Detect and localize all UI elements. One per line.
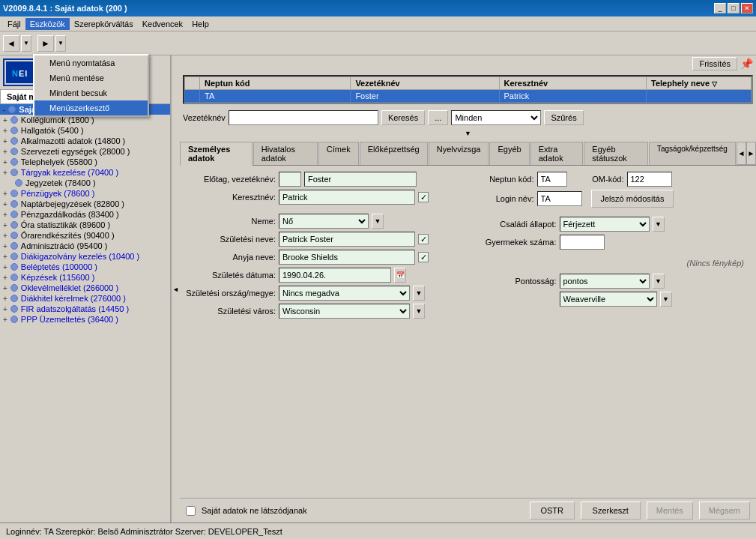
- close-button[interactable]: ✕: [741, 3, 753, 13]
- weaverville-dropdown-btn[interactable]: ▼: [660, 292, 672, 307]
- sidebar-item-hallgatok[interactable]: + Hallgatók (5400 ): [0, 125, 170, 136]
- sort-icon[interactable]: ▽: [712, 80, 717, 88]
- expand-icon[interactable]: -: [3, 106, 5, 114]
- login-input[interactable]: [537, 191, 582, 206]
- sidebar-item-szervezeti[interactable]: + Szervezeti egységek (28000 ): [0, 146, 170, 157]
- sidebar-item-adminisztracio[interactable]: + Adminisztráció (95400 ): [0, 241, 170, 251]
- sidebar-item-targyak[interactable]: + Tárgyak kezelése (70400 ): [0, 167, 170, 178]
- szul-orszag-dropdown-btn[interactable]: ▼: [413, 286, 425, 301]
- elotag-input[interactable]: [279, 172, 301, 187]
- jelszo-button[interactable]: Jelszó módosítás: [591, 190, 674, 208]
- expand-icon[interactable]: +: [3, 127, 7, 135]
- col-header-kereszt[interactable]: Keresztnév: [499, 77, 646, 90]
- tab-nyelvvizsga[interactable]: Nyelvvizsga: [429, 142, 489, 165]
- col-header-telephely[interactable]: Telephely neve ▽: [647, 77, 752, 90]
- kereszt-checkbox[interactable]: ✓: [418, 192, 429, 202]
- om-input[interactable]: [627, 172, 672, 187]
- tab-elokepzettseg[interactable]: Előképzettség: [360, 142, 428, 165]
- csaladi-dropdown-btn[interactable]: ▼: [653, 217, 665, 232]
- table-row[interactable]: TA Foster Patrick: [185, 90, 752, 103]
- back-button[interactable]: ◄: [3, 35, 19, 52]
- menu-item-menu-mentese[interactable]: Menü mentése: [34, 70, 148, 85]
- sidebar-item-telephelyek[interactable]: + Telephelyek (55800 ): [0, 157, 170, 167]
- sidebar-item-penzgazdalkodas[interactable]: + Pénzgazdálkodás (83400 ): [0, 209, 170, 220]
- maximize-button[interactable]: □: [728, 3, 740, 13]
- pontossag-select[interactable]: pontos: [560, 274, 650, 289]
- megsem-button[interactable]: Mégsem: [699, 502, 750, 520]
- expand-icon[interactable]: +: [3, 232, 7, 240]
- gyermekek-input[interactable]: [560, 235, 605, 250]
- collapse-sidebar-button[interactable]: ◄: [171, 55, 180, 523]
- kereszt-input[interactable]: [279, 190, 415, 205]
- szures-button[interactable]: Szűrés: [544, 110, 583, 125]
- neptun-input[interactable]: [537, 172, 567, 187]
- szul-neve-input[interactable]: [279, 232, 415, 247]
- expand-icon[interactable]: +: [3, 263, 7, 271]
- expand-icon[interactable]: +: [3, 221, 7, 229]
- expand-icon[interactable]: +: [3, 274, 7, 282]
- expand-icon[interactable]: +: [3, 148, 7, 156]
- expand-icon[interactable]: +: [3, 137, 7, 145]
- expand-indicator[interactable]: ▼: [180, 128, 756, 139]
- weaverville-select[interactable]: Weaverville: [560, 292, 657, 307]
- tab-scroll-left[interactable]: ◄: [737, 142, 746, 165]
- tab-tagsagok[interactable]: Tagságok/képzettség: [649, 142, 736, 165]
- expand-icon[interactable]: +: [3, 200, 7, 208]
- anyja-neve-checkbox[interactable]: ✓: [418, 252, 429, 262]
- cell-check[interactable]: [185, 90, 200, 103]
- szul-orszag-select[interactable]: Nincs megadva: [279, 286, 410, 301]
- neme-select[interactable]: Nő: [279, 214, 369, 229]
- szul-varos-select[interactable]: Wisconsin: [279, 304, 410, 319]
- forward-button[interactable]: ►: [37, 35, 54, 52]
- sidebar-item-alkalmazotti[interactable]: + Alkalmazotti adatok (14800 ): [0, 136, 170, 146]
- expand-icon[interactable]: +: [3, 169, 7, 177]
- tab-scroll-right[interactable]: ►: [746, 142, 756, 165]
- tab-egyeb-statusok[interactable]: Egyéb státuszok: [584, 142, 648, 165]
- vezetek-input[interactable]: [304, 172, 417, 187]
- sidebar-item-naptarbejegyzesek[interactable]: + Naptárbejegyzések (82800 ): [0, 199, 170, 209]
- expand-icon[interactable]: +: [3, 190, 7, 198]
- szul-neve-checkbox[interactable]: ✓: [418, 234, 429, 244]
- expand-icon[interactable]: +: [3, 316, 7, 324]
- sidebar-item-orarend[interactable]: + Órarendkészítés (90400 ): [0, 230, 170, 241]
- calendar-btn[interactable]: 📅: [394, 268, 406, 283]
- pin-icon[interactable]: 📌: [740, 58, 753, 70]
- tab-hivatalos-adatok[interactable]: Hivatalos adatok: [253, 142, 318, 165]
- search-input[interactable]: [229, 110, 378, 125]
- sidebar-item-ora-stat[interactable]: + Óra statisztikák (89600 ): [0, 220, 170, 230]
- menu-help[interactable]: Help: [187, 18, 214, 30]
- menu-item-menu-nyomtatasa[interactable]: Menü nyomtatása: [34, 55, 148, 70]
- sidebar-item-fir[interactable]: + FIR adatszolgáltatás (14450 ): [0, 304, 170, 314]
- neme-dropdown-btn[interactable]: ▼: [372, 214, 384, 229]
- expand-icon[interactable]: +: [3, 295, 7, 303]
- expand-icon[interactable]: +: [3, 305, 7, 313]
- menu-eszkozok[interactable]: Eszközök: [25, 18, 70, 30]
- minimize-button[interactable]: _: [714, 3, 726, 13]
- menu-fajl[interactable]: Fájl: [3, 18, 25, 30]
- anyja-neve-input[interactable]: [279, 250, 415, 265]
- sidebar-item-penzugyek[interactable]: + Pénzügyek (78600 ): [0, 188, 170, 199]
- expand-icon[interactable]: +: [3, 253, 7, 261]
- menu-item-mindent-becsuk[interactable]: Mindent becsuk: [34, 85, 148, 100]
- expand-icon[interactable]: +: [3, 284, 7, 292]
- menu-item-menuszerkeszto[interactable]: Menüszerkesztő: [34, 100, 148, 115]
- sidebar-item-kepzesek[interactable]: + Képzések (115600 ): [0, 272, 170, 283]
- sajat-adatok-checkbox[interactable]: [186, 506, 196, 516]
- col-header-neptun[interactable]: Neptun kód: [200, 77, 351, 90]
- expand-icon[interactable]: +: [3, 116, 7, 124]
- sidebar-item-oklevelmelleklet[interactable]: + Oklevélmelléklet (266000 ): [0, 283, 170, 293]
- csaladi-select[interactable]: Férjezett: [560, 217, 650, 232]
- sidebar-item-ppp[interactable]: + PPP Üzemeltetés (36400 ): [0, 314, 170, 325]
- search-dropdown[interactable]: Minden: [451, 110, 541, 125]
- szul-varos-dropdown-btn[interactable]: ▼: [413, 304, 425, 319]
- menu-kedvencek[interactable]: Kedvencek: [138, 18, 187, 30]
- frissites-button[interactable]: Frissítés: [692, 57, 737, 70]
- col-header-vezetek[interactable]: Vezetéknév: [351, 77, 499, 90]
- sidebar-item-diakigazolvany[interactable]: + Diákigazolvány kezelés (10400 ): [0, 251, 170, 262]
- mentes-button[interactable]: Mentés: [647, 502, 693, 520]
- sidebar-item-jegyzetek[interactable]: Jegyzetek (78400 ): [0, 178, 170, 188]
- expand-icon[interactable]: +: [3, 211, 7, 219]
- ostr-button[interactable]: OSTR: [530, 502, 575, 520]
- tab-egyeb[interactable]: Egyéb: [489, 142, 529, 165]
- sidebar-item-diakhitel[interactable]: + Diákhitel kérelmek (276000 ): [0, 293, 170, 304]
